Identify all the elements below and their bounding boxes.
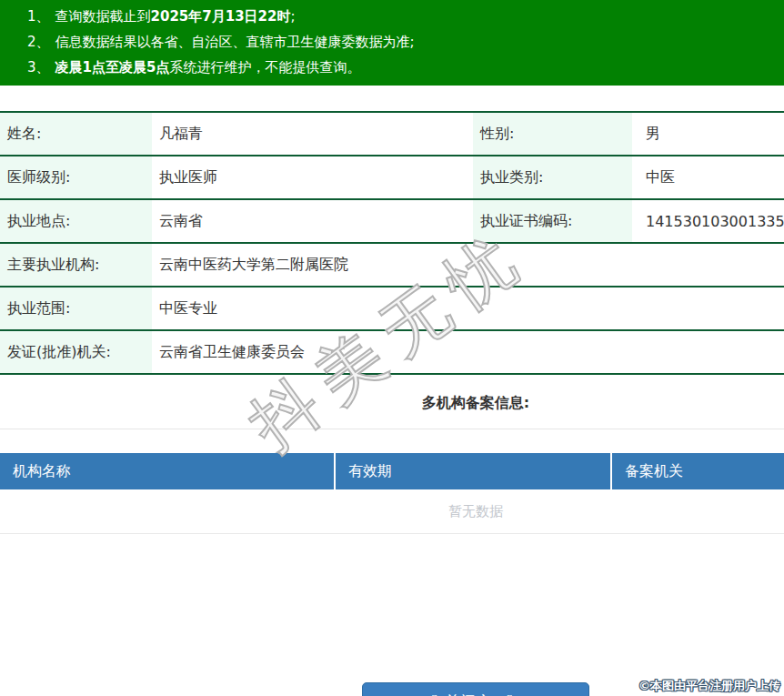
certificate-value: 141530103001335 [632,199,784,243]
notice-list: 1、查询数据截止到2025年7月13日22时; 2、信息数据结果以各省、自治区、… [0,4,784,80]
notice-number: 3、 [27,59,50,76]
close-window-button[interactable]: 〖关闭窗口〗 [362,682,589,696]
column-header-org-name: 机构名称 [0,453,335,489]
notice-text: 查询数据截止到 [55,8,151,25]
notice-number: 2、 [27,34,50,50]
notice-text: 信息数据结果以各省、自治区、直辖市卫生健康委数据为准; [55,34,415,50]
column-header-authority: 备案机关 [611,453,784,489]
notice-text: ; [290,8,295,25]
table-row: 姓名: 凡福青 性别: 男 [0,112,784,156]
table-row: 发证(批准)机关: 云南省卫生健康委员会 [0,330,784,374]
divider [0,429,784,429]
name-label: 姓名: [0,112,152,156]
notice-text: 系统进行维护，不能提供查询。 [169,59,360,76]
level-label: 医师级别: [0,156,152,199]
notice-item-3: 3、凌晨1点至凌晨5点系统进行维护，不能提供查询。 [0,55,784,80]
table-row: 执业地点: 云南省 执业证书编码: 141530103001335 [0,199,784,243]
gender-label: 性别: [473,112,632,156]
level-value: 执业医师 [152,156,473,199]
notice-text-bold: 2025年7月13日22时 [151,8,291,25]
authority-value: 云南省卫生健康委员会 [152,330,784,374]
table-row: 执业范围: 中医专业 [0,287,784,330]
gender-value: 男 [632,112,784,156]
table-row: 主要执业机构: 云南中医药大学第二附属医院 [0,243,784,287]
multi-org-table: 机构名称 有效期 备案机关 [0,453,784,489]
multi-org-header-row: 机构名称 有效期 备案机关 [0,453,784,489]
location-value: 云南省 [152,199,473,243]
table-row: 医师级别: 执业医师 执业类别: 中医 [0,156,784,199]
certificate-label: 执业证书编码: [473,199,632,243]
category-value: 中医 [632,156,784,199]
location-label: 执业地点: [0,199,152,243]
notice-bar: 1、查询数据截止到2025年7月13日22时; 2、信息数据结果以各省、自治区、… [0,0,784,86]
organization-value: 云南中医药大学第二附属医院 [152,243,784,287]
scope-label: 执业范围: [0,287,152,330]
notice-number: 1、 [27,8,50,25]
photo-credit-watermark: ©本图由平台注册用户上传 [638,678,780,694]
doctor-info-table: 姓名: 凡福青 性别: 男 医师级别: 执业医师 执业类别: 中医 执业地点: … [0,111,784,375]
query-result-page: 1、查询数据截止到2025年7月13日22时; 2、信息数据结果以各省、自治区、… [0,0,784,696]
notice-item-2: 2、信息数据结果以各省、自治区、直辖市卫生健康委数据为准; [0,29,784,55]
no-data-placeholder: 暂无数据 [0,489,784,534]
notice-text-bold: 凌晨1点至凌晨5点 [55,59,170,76]
column-header-validity: 有效期 [335,453,611,489]
scope-value: 中医专业 [152,287,784,330]
notice-item-1: 1、查询数据截止到2025年7月13日22时; [0,4,784,29]
multi-org-section-title: 多机构备案信息: [0,375,784,429]
authority-label: 发证(批准)机关: [0,330,152,374]
organization-label: 主要执业机构: [0,243,152,287]
name-value: 凡福青 [152,112,473,156]
category-label: 执业类别: [473,156,632,199]
